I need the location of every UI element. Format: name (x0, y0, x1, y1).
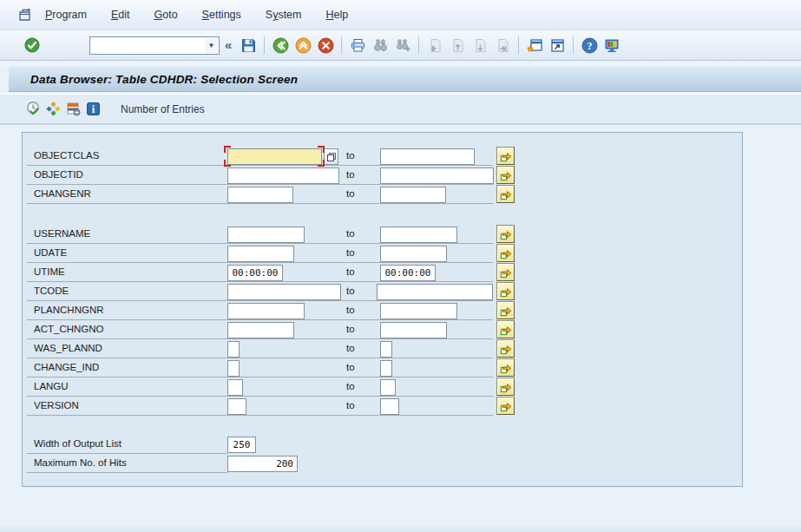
multi-select-icon (500, 228, 512, 240)
session-menu-icon[interactable] (17, 8, 33, 22)
planchngnr-to-input[interactable] (380, 303, 457, 319)
help-button[interactable]: ? (578, 34, 601, 56)
new-session-button[interactable] (523, 34, 546, 56)
objectclas-to-input[interactable] (380, 148, 475, 165)
toolbar-separator (418, 36, 419, 54)
multi-select-button[interactable] (496, 397, 515, 415)
command-dropdown-icon[interactable]: ▼ (205, 38, 218, 53)
multi-select-button[interactable] (496, 147, 515, 165)
create-shortcut-icon (549, 37, 566, 54)
command-field[interactable]: ▼ (89, 36, 220, 55)
udate-to-input[interactable] (380, 246, 447, 262)
find-icon (372, 37, 389, 54)
multi-select-button[interactable] (496, 166, 515, 184)
version-to-input[interactable] (380, 398, 399, 415)
command-input[interactable] (89, 36, 220, 55)
menu-edit[interactable]: Edit (99, 6, 142, 23)
was-plannd-from-input[interactable] (227, 341, 240, 358)
find-next-button[interactable] (391, 34, 414, 56)
last-page-button[interactable] (491, 34, 514, 56)
to-label: to (346, 150, 355, 161)
multi-select-button[interactable] (496, 339, 515, 358)
multi-select-button[interactable] (496, 185, 515, 203)
cancel-icon (318, 37, 334, 54)
execute-button[interactable] (23, 100, 43, 119)
application-toolbar: i Number of Entries (0, 95, 801, 125)
multi-select-button[interactable] (496, 244, 515, 262)
multi-select-icon (500, 286, 512, 298)
max-hits-input[interactable] (227, 456, 298, 472)
page-up-button[interactable] (446, 34, 469, 56)
objectid-from-input[interactable] (227, 167, 339, 184)
was-plannd-to-input[interactable] (380, 341, 392, 358)
changenr-from-input[interactable] (227, 187, 293, 203)
info-icon: i (85, 101, 102, 117)
multi-select-button[interactable] (496, 358, 515, 377)
selection-row-objectclas: OBJECTCLAS to (23, 147, 742, 166)
utime-from-input[interactable] (227, 265, 283, 281)
cancel-button[interactable] (314, 34, 337, 56)
utime-to-input[interactable] (380, 265, 436, 281)
number-of-entries-button[interactable]: Number of Entries (115, 101, 210, 118)
enter-button[interactable] (21, 34, 43, 56)
info-button[interactable]: i (83, 100, 102, 119)
exit-icon (295, 37, 312, 54)
changenr-to-input[interactable] (380, 187, 446, 203)
langu-from-input[interactable] (227, 379, 243, 396)
menu-settings[interactable]: Settings (190, 6, 253, 23)
back-button[interactable] (269, 34, 292, 56)
change-ind-to-input[interactable] (380, 360, 392, 377)
multi-select-icon (500, 381, 512, 393)
menu-goto[interactable]: Goto (141, 6, 189, 23)
username-to-input[interactable] (380, 227, 457, 243)
layout-button[interactable] (601, 34, 623, 56)
act-chngno-to-input[interactable] (380, 322, 447, 338)
screen-area: OBJECTCLAS to OBJECTID to CHANGENR to (0, 132, 801, 531)
langu-to-input[interactable] (380, 379, 396, 396)
objectid-to-input[interactable] (380, 167, 494, 184)
udate-from-input[interactable] (227, 246, 294, 262)
customize-layout-icon (603, 37, 620, 54)
version-from-input[interactable] (227, 398, 246, 415)
multi-select-button[interactable] (496, 225, 515, 243)
selection-row-planchngnr: PLANCHNGNR to (23, 301, 742, 320)
multi-select-button[interactable] (496, 282, 515, 300)
multi-select-button[interactable] (496, 320, 515, 338)
page-down-button[interactable] (469, 34, 491, 56)
find-next-icon (395, 37, 411, 54)
change-ind-from-input[interactable] (227, 360, 240, 377)
selection-row-changenr: CHANGENR to (23, 185, 742, 204)
get-variant-button[interactable] (43, 100, 62, 119)
output-width-input[interactable] (227, 437, 256, 453)
save-button[interactable] (237, 34, 259, 56)
print-button[interactable] (346, 34, 369, 56)
menu-program[interactable]: Program (33, 6, 99, 23)
multi-select-button[interactable] (496, 378, 515, 396)
first-page-button[interactable] (423, 34, 446, 56)
username-from-input[interactable] (227, 227, 305, 243)
selection-options-button[interactable] (63, 100, 82, 119)
menu-help[interactable]: Help (313, 6, 360, 23)
collapse-command-button[interactable]: « (225, 37, 232, 52)
find-button[interactable] (369, 34, 391, 56)
menu-system[interactable]: System (253, 6, 314, 23)
matchcode-button[interactable] (324, 148, 338, 165)
selection-row-utime: UTIME to (23, 263, 742, 282)
create-shortcut-button[interactable] (546, 34, 568, 56)
exit-button[interactable] (292, 34, 314, 56)
first-page-icon (427, 37, 443, 54)
tcode-from-input[interactable] (227, 284, 341, 300)
planchngnr-from-input[interactable] (227, 303, 305, 319)
max-hits-row: Maximum No. of Hits (23, 454, 742, 473)
print-icon (350, 37, 366, 54)
objectclas-from-input[interactable] (227, 148, 322, 165)
multi-select-button[interactable] (496, 263, 515, 281)
execute-icon (25, 101, 42, 117)
output-width-row: Width of Output List (23, 435, 742, 454)
toolbar-separator (264, 36, 265, 54)
multi-select-button[interactable] (496, 301, 515, 319)
selection-row-langu: LANGU to (23, 378, 742, 397)
act-chngno-from-input[interactable] (227, 322, 294, 338)
toolbar-separator (518, 36, 519, 54)
tcode-to-input[interactable] (377, 284, 493, 300)
